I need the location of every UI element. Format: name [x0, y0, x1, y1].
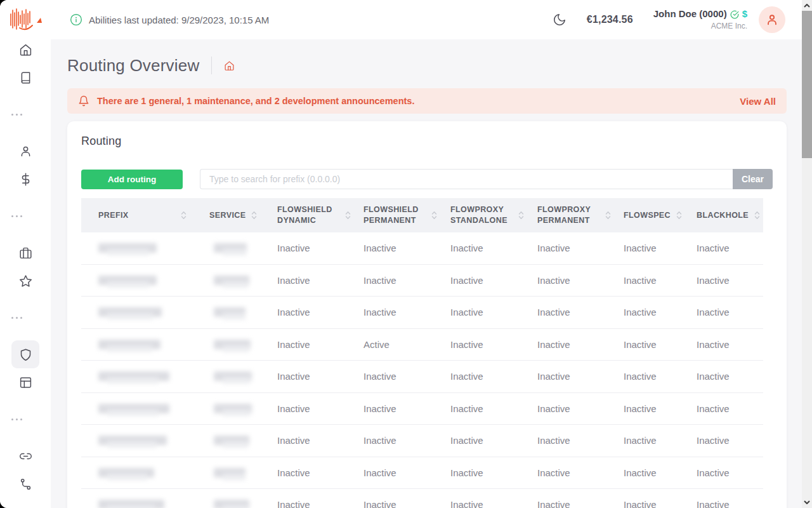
user-icon	[19, 145, 32, 158]
prefix-cell	[81, 500, 209, 508]
sort-icon	[676, 210, 682, 220]
redacted-service-value	[214, 276, 249, 285]
table-row[interactable]: InactiveActiveInactiveInactiveInactiveIn…	[81, 329, 763, 361]
status-cell: Inactive	[450, 275, 537, 286]
scrollbar-thumb[interactable]	[802, 11, 812, 158]
header-cell-blackhole[interactable]: BLACKHOLE	[697, 210, 763, 221]
header-cell-flowproxy-permanent[interactable]: FLOWPROXY PERMANENT	[537, 204, 624, 226]
app-logo[interactable]	[0, 0, 51, 36]
status-cell: Inactive	[277, 307, 363, 318]
table-row[interactable]: InactiveInactiveInactiveInactiveInactive…	[81, 489, 763, 508]
header-cell-prefix[interactable]: PREFIX	[81, 210, 209, 221]
star-icon	[19, 274, 32, 288]
status-cell: Inactive	[363, 403, 450, 414]
status-cell: Inactive	[450, 499, 537, 508]
prefix-cell	[81, 468, 209, 478]
status-cell: Inactive	[624, 275, 697, 286]
status-cell: Inactive	[363, 243, 450, 253]
table-row[interactable]: InactiveInactiveInactiveInactiveInactive…	[81, 297, 763, 329]
sidebar-ellipsis-divider	[11, 405, 39, 433]
status-cell: Inactive	[697, 403, 763, 414]
header-cell-flowspec[interactable]: FLOWSPEC	[624, 210, 697, 221]
status-cell: Inactive	[537, 403, 624, 414]
table-row[interactable]: InactiveInactiveInactiveInactiveInactive…	[81, 265, 763, 297]
sidebar-item-link[interactable]	[11, 442, 39, 470]
sidebar-item-dollar[interactable]	[11, 165, 39, 193]
status-cell: Inactive	[537, 307, 624, 318]
table-row[interactable]: InactiveInactiveInactiveInactiveInactive…	[81, 457, 763, 490]
sidebar-item-layout[interactable]	[11, 368, 39, 396]
status-cell: Inactive	[697, 371, 763, 382]
header-cell-flowshield-dynamic[interactable]: FLOWSHIELD DYNAMIC	[277, 204, 363, 226]
view-all-button[interactable]: View All	[740, 96, 776, 107]
redacted-service-value	[214, 371, 252, 381]
user-avatar[interactable]	[759, 6, 785, 33]
header-cell-flowproxy-standalone[interactable]: FLOWPROXY STANDALONE	[450, 204, 537, 226]
redacted-prefix-value	[98, 276, 157, 285]
sort-icon	[431, 210, 437, 220]
redacted-service-value	[214, 307, 246, 317]
status-cell: Inactive	[277, 371, 363, 382]
account-balance: €1,234.56	[587, 14, 633, 25]
home-icon	[19, 43, 32, 57]
clear-search-button[interactable]: Clear	[733, 169, 773, 189]
service-cell	[209, 276, 277, 285]
status-cell: Inactive	[624, 403, 697, 414]
page-title: Routing Overview	[67, 56, 199, 76]
header-cell-flowshield-permanent[interactable]: FLOWSHIELD PERMANENT	[363, 204, 450, 226]
header-cell-service[interactable]: SERVICE	[209, 210, 277, 221]
header-label: FLOWPROXY STANDALONE	[450, 204, 513, 226]
app-window: Abilities last updated: 9/29/2023, 10:15…	[0, 0, 812, 508]
status-cell: Inactive	[277, 243, 363, 253]
status-cell: Inactive	[363, 307, 450, 318]
abilities-status-text: Abilities last updated: 9/29/2023, 10:15…	[89, 15, 269, 25]
sidebar-item-star[interactable]	[11, 267, 39, 295]
page-scrollbar[interactable]	[802, 0, 812, 508]
table-row[interactable]: InactiveInactiveInactiveInactiveInactive…	[81, 361, 763, 393]
header-label: FLOWSPEC	[624, 210, 671, 221]
table-row[interactable]: InactiveInactiveInactiveInactiveInactive…	[81, 232, 763, 265]
service-cell	[209, 340, 277, 349]
table-row[interactable]: InactiveInactiveInactiveInactiveInactive…	[81, 425, 763, 457]
scroll-down-button[interactable]	[802, 498, 812, 507]
status-cell: Inactive	[277, 499, 363, 508]
bell-icon	[78, 95, 89, 107]
status-cell: Inactive	[450, 403, 537, 414]
dark-mode-toggle-moon-icon[interactable]	[553, 13, 566, 27]
add-routing-button[interactable]: Add routing	[81, 170, 183, 189]
prefix-search-input[interactable]	[200, 169, 733, 189]
sidebar-item-book[interactable]	[11, 64, 39, 91]
user-block: John Doe (0000) $ ACME Inc.	[653, 8, 747, 31]
redacted-prefix-value	[98, 404, 169, 413]
status-cell: Inactive	[277, 339, 363, 350]
status-cell: Inactive	[277, 275, 363, 286]
sidebar-item-route[interactable]	[11, 470, 39, 498]
redacted-prefix-value	[98, 340, 160, 349]
person-icon	[765, 13, 779, 27]
status-cell: Inactive	[624, 467, 697, 478]
breadcrumb-home-icon[interactable]	[224, 60, 235, 71]
sidebar-item-shield[interactable]	[11, 340, 39, 368]
status-cell: Inactive	[450, 243, 537, 253]
service-cell	[209, 404, 277, 413]
sort-icon	[181, 210, 187, 220]
sidebar-item-home[interactable]	[11, 36, 39, 64]
prefix-cell	[81, 404, 209, 413]
sidebar-item-briefcase[interactable]	[11, 239, 39, 267]
company-name: ACME Inc.	[653, 22, 747, 31]
sort-icon	[251, 210, 257, 220]
status-cell: Inactive	[450, 435, 537, 446]
sidebar-item-user[interactable]	[11, 137, 39, 165]
billing-dollar-icon: $	[742, 8, 747, 20]
routing-card-title: Routing	[81, 121, 773, 148]
scroll-up-button[interactable]	[802, 1, 812, 10]
briefcase-icon	[19, 246, 32, 260]
table-row[interactable]: InactiveInactiveInactiveInactiveInactive…	[81, 393, 763, 425]
announcement-text: There are 1 general, 1 maintenance, and …	[97, 96, 414, 106]
status-cell: Inactive	[363, 435, 450, 446]
layout-icon	[19, 376, 32, 389]
redacted-prefix-value	[98, 436, 167, 445]
status-cell: Inactive	[697, 499, 763, 508]
announcement-banner: There are 1 general, 1 maintenance, and …	[67, 88, 787, 114]
status-cell: Inactive	[697, 339, 763, 350]
